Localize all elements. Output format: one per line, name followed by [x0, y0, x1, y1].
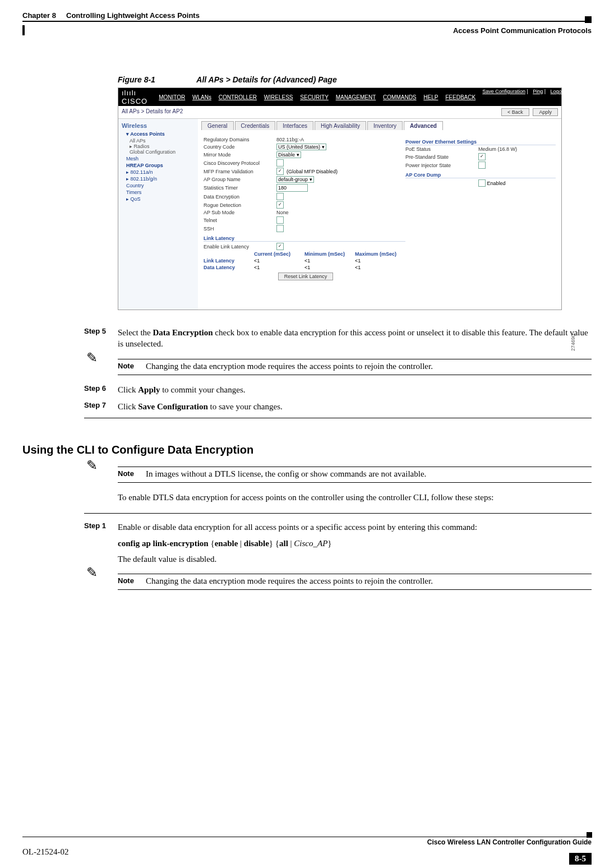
tabs: General Credentials Interfaces High Avai…	[198, 119, 561, 130]
mirror-select[interactable]: Disable ▾	[276, 151, 301, 158]
cdp-checkbox[interactable]	[276, 159, 284, 167]
cli-heading: Using the CLI to Configure Data Encrypti…	[22, 444, 592, 456]
note-icon: ✎	[86, 566, 98, 579]
page-footer: Cisco Wireless LAN Controller Configurat…	[22, 837, 592, 857]
note-icon: ✎	[86, 459, 98, 472]
breadcrumb: All APs > Details for AP2	[122, 108, 183, 116]
note-block-3: ✎ Note Changing the data encryption mode…	[118, 574, 592, 590]
tab-general[interactable]: General	[201, 121, 234, 130]
sidebar: Wireless ▾ Access Points All APs ▸ Radio…	[118, 119, 198, 310]
apply-button[interactable]: Apply	[533, 108, 558, 116]
step-6: Step 6 Click Apply to commit your change…	[84, 384, 592, 395]
injector-checkbox[interactable]	[478, 161, 486, 169]
tab-credentials[interactable]: Credentials	[235, 121, 276, 130]
gui-screenshot: ılıılıCISCO MONITOR WLANs CONTROLLER WIR…	[118, 87, 562, 310]
rule	[84, 513, 592, 514]
tab-inventory[interactable]: Inventory	[367, 121, 403, 130]
footer-page-number: 8-5	[569, 853, 592, 865]
end-rule	[84, 418, 592, 418]
telnet-checkbox[interactable]	[276, 216, 284, 224]
step-label: Step 5	[84, 327, 118, 350]
ssh-checkbox[interactable]	[276, 225, 284, 232]
cli-intro: To enable DTLS data encryption for acces…	[118, 492, 592, 503]
data-encryption-checkbox[interactable]	[276, 193, 284, 200]
figure-number: Figure 8-1	[118, 75, 155, 84]
country-select[interactable]: US (United States) ▾	[276, 144, 326, 150]
stats-timer-input[interactable]	[276, 184, 308, 192]
tab-advanced[interactable]: Advanced	[404, 121, 443, 130]
sidebar-all-aps[interactable]: All APs	[130, 138, 195, 144]
cisco-logo: ılıılıCISCO	[122, 89, 147, 105]
top-links[interactable]: Save Configuration | Ping | Logout | Ref…	[479, 89, 588, 94]
prestd-checkbox[interactable]: ✓	[478, 153, 486, 160]
note-icon: ✎	[86, 351, 98, 364]
tab-interfaces[interactable]: Interfaces	[276, 121, 313, 130]
step-7: Step 7 Click Save Configuration to save …	[84, 401, 592, 412]
chapter-title: Controlling Lightweight Access Points	[66, 11, 200, 20]
step-5: Step 5 Select the Data Encryption check …	[84, 327, 592, 350]
page-subheader: Access Point Communication Protocols	[22, 26, 592, 36]
tab-ha[interactable]: High Availability	[315, 121, 366, 130]
figure-ref-number: 274690	[570, 334, 576, 351]
main-menu[interactable]: MONITOR WLANs CONTROLLER WIRELESS SECURI…	[159, 94, 481, 100]
footer-doc-id: OL-21524-02	[22, 847, 69, 857]
back-button[interactable]: < Back	[501, 108, 529, 116]
apgroup-select[interactable]: default-group ▾	[276, 176, 314, 183]
rogue-checkbox[interactable]: ✓	[276, 201, 284, 209]
figure-title-text: All APs > Details for (Advanced) Page	[196, 75, 336, 84]
sidebar-header: Wireless	[122, 122, 195, 129]
chapter-number: Chapter 8	[22, 11, 56, 20]
link-latency-checkbox[interactable]: ✓	[276, 243, 284, 250]
note-block-1: ✎ Note Changing the data encryption mode…	[118, 359, 592, 375]
mfp-checkbox[interactable]: ✓	[276, 168, 284, 175]
header-rule	[22, 21, 592, 22]
cli-step-1: Step 1 Enable or disable data encryption…	[84, 521, 592, 565]
figure-caption: Figure 8-1 All APs > Details for (Advanc…	[118, 75, 592, 84]
coredump-checkbox[interactable]	[478, 179, 486, 187]
page-header: Chapter 8 Controlling Lightweight Access…	[22, 11, 592, 21]
reset-latency-button[interactable]: Reset Link Latency	[278, 273, 334, 280]
note-block-2: ✎ Note In images without a DTLS license,…	[118, 467, 592, 483]
section-title: Access Point Communication Protocols	[453, 26, 592, 35]
footer-book-title: Cisco Wireless LAN Controller Configurat…	[427, 838, 592, 846]
